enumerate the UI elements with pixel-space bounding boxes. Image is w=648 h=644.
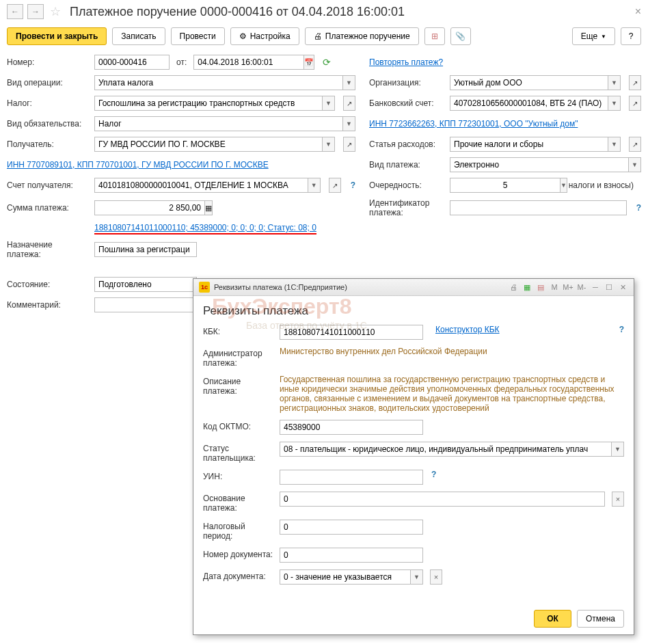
status-label: Состояние:	[7, 280, 87, 289]
kbk-input[interactable]	[280, 325, 423, 340]
account-help-icon[interactable]: ?	[351, 180, 355, 190]
recipient-dropdown[interactable]: ▼	[323, 137, 335, 152]
calculator-icon[interactable]: ▦	[205, 200, 213, 215]
ok-button[interactable]: ОК	[534, 610, 571, 628]
payer-status-dropdown[interactable]: ▼	[612, 442, 624, 457]
expense-input[interactable]	[450, 137, 608, 152]
comment-input[interactable]	[94, 297, 197, 312]
operation-dropdown[interactable]: ▼	[343, 75, 355, 90]
kbk-constructor-link[interactable]: Конструктор КБК	[435, 325, 500, 334]
app-1c-icon: 1c	[199, 282, 210, 293]
payment-type-dropdown[interactable]: ▼	[629, 157, 641, 172]
modal-close-icon[interactable]: ✕	[617, 282, 628, 293]
recipient-input[interactable]	[94, 137, 323, 152]
account-open-button[interactable]: ↗	[329, 178, 341, 193]
basis-input[interactable]	[280, 492, 605, 507]
close-icon[interactable]: ×	[635, 5, 641, 18]
doc-date-dropdown[interactable]: ▼	[411, 569, 423, 585]
nav-back-button[interactable]: ←	[7, 4, 23, 19]
print-button[interactable]: 🖨Платежное поручение	[305, 27, 419, 45]
admin-value: Министерство внутренних дел Российской Ф…	[280, 347, 487, 356]
admin-label: Администратор платежа:	[203, 347, 274, 368]
priority-dropdown[interactable]: ▼	[561, 178, 567, 193]
bank-open-button[interactable]: ↗	[629, 96, 641, 111]
tax-input[interactable]	[94, 96, 323, 111]
operation-input[interactable]	[94, 75, 343, 90]
printer-icon: 🖨	[314, 31, 322, 41]
post-and-close-button[interactable]: Провести и закрыть	[7, 27, 107, 45]
id-input[interactable]	[450, 200, 627, 215]
account-dropdown[interactable]: ▼	[308, 178, 321, 193]
m-minus-icon[interactable]: M-	[576, 282, 587, 293]
basis-clear-button[interactable]: ×	[612, 492, 624, 507]
nav-forward-button[interactable]: →	[27, 4, 44, 19]
calendar-icon[interactable]: 📅	[304, 55, 314, 70]
payer-status-input[interactable]	[280, 442, 612, 457]
status-input[interactable]	[94, 277, 197, 292]
uin-help-icon[interactable]: ?	[431, 470, 436, 479]
modal-help-icon[interactable]: ?	[619, 325, 624, 334]
sum-label: Сумма платежа:	[7, 203, 87, 213]
paperclip-icon: 📎	[455, 31, 465, 41]
inn-org-link[interactable]: ИНН 7723662263, КПП 772301001, ООО "Уютн…	[369, 119, 578, 129]
doc-date-input[interactable]	[280, 569, 411, 585]
tax-label: Налог:	[7, 98, 87, 108]
expense-dropdown[interactable]: ▼	[608, 137, 621, 152]
save-button[interactable]: Записать	[112, 27, 165, 45]
bank-input[interactable]	[450, 96, 608, 111]
modal-window-title: Реквизиты платежа (1С:Предприятие)	[214, 283, 347, 291]
recipient-label: Получатель:	[7, 139, 87, 149]
tax-period-input[interactable]	[280, 520, 423, 535]
grid-mini-icon[interactable]: ▦	[522, 282, 532, 293]
recipient-open-button[interactable]: ↗	[343, 137, 355, 152]
sum-input[interactable]	[94, 200, 205, 215]
recipient-inn-link[interactable]: ИНН 7707089101, КПП 770701001, ГУ МВД РО…	[7, 160, 269, 170]
bank-label: Банковский счет:	[369, 98, 443, 108]
priority-label: Очередность:	[369, 180, 443, 190]
expense-open-button[interactable]: ↗	[629, 137, 641, 152]
priority-input[interactable]	[450, 178, 561, 193]
help-button[interactable]: ?	[621, 27, 641, 45]
minimize-icon[interactable]: ─	[590, 282, 601, 293]
m-plus-icon[interactable]: M+	[563, 282, 573, 293]
print-mini-icon[interactable]: 🖨	[508, 282, 519, 293]
favorite-star-icon[interactable]: ☆	[48, 4, 63, 19]
calc-mini-icon[interactable]: ▤	[535, 282, 546, 293]
org-dropdown[interactable]: ▼	[608, 75, 621, 90]
kbk-details-link[interactable]: 18810807141011000110; 45389000; 0; 0; 0;…	[94, 223, 316, 232]
obligation-input[interactable]	[94, 116, 343, 131]
tax-dropdown[interactable]: ▼	[323, 96, 335, 111]
oktmo-input[interactable]	[280, 420, 423, 435]
payment-type-input[interactable]	[450, 157, 629, 172]
modal-title: Реквизиты платежа	[203, 304, 624, 318]
bank-dropdown[interactable]: ▼	[608, 96, 621, 111]
id-label: Идентификатор платежа:	[369, 198, 443, 217]
doc-num-input[interactable]	[280, 548, 423, 563]
more-button[interactable]: Еще ▼	[572, 27, 615, 45]
tax-open-button[interactable]: ↗	[343, 96, 355, 111]
obligation-dropdown[interactable]: ▼	[343, 116, 355, 131]
id-help-icon[interactable]: ?	[636, 203, 641, 213]
date-input[interactable]	[193, 55, 304, 70]
cancel-button[interactable]: Отмена	[577, 610, 624, 628]
purpose-input[interactable]	[94, 242, 197, 257]
org-open-button[interactable]: ↗	[629, 75, 641, 90]
m-icon[interactable]: M	[549, 282, 560, 293]
number-input[interactable]	[94, 55, 170, 70]
settings-button[interactable]: ⚙Настройка	[230, 27, 299, 45]
doc-date-clear-button[interactable]: ×	[430, 569, 442, 585]
operation-label: Вид операции:	[7, 78, 87, 88]
post-button[interactable]: Провести	[171, 27, 225, 45]
tree-icon: ⊞	[431, 31, 438, 41]
repeat-payment-link[interactable]: Повторять платеж?	[369, 57, 443, 67]
org-label: Организация:	[369, 78, 443, 88]
structure-button[interactable]: ⊞	[424, 27, 445, 45]
uin-input[interactable]	[280, 470, 423, 485]
account-input[interactable]	[94, 178, 308, 193]
basis-label: Основание платежа:	[203, 492, 274, 513]
maximize-icon[interactable]: ☐	[604, 282, 615, 293]
attachment-button[interactable]: 📎	[450, 27, 471, 45]
org-input[interactable]	[450, 75, 608, 90]
refresh-icon[interactable]: ⟳	[323, 57, 331, 68]
comment-label: Комментарий:	[7, 300, 87, 310]
